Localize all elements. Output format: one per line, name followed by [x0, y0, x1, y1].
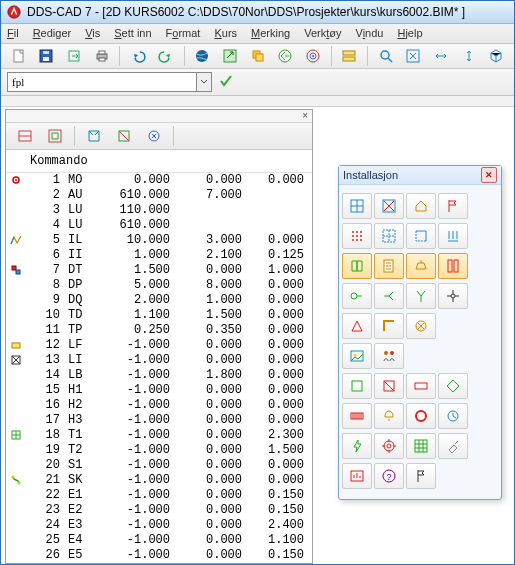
palette-tri-icon[interactable]	[342, 313, 372, 339]
palette-corner-icon[interactable]	[374, 313, 404, 339]
menu-vindu[interactable]: Vindu	[356, 27, 384, 39]
palette-grid-r-icon[interactable]	[406, 223, 436, 249]
palette-rect-r-icon[interactable]	[406, 373, 436, 399]
table-row[interactable]: 15H1-1.0000.0000.000	[6, 383, 312, 398]
tab-icon-5[interactable]	[141, 124, 167, 148]
palette-bell-icon[interactable]	[374, 403, 404, 429]
palette-dots-icon[interactable]	[342, 223, 372, 249]
installation-palette[interactable]: Installasjon ✕ ?	[338, 165, 502, 500]
palette-grid-b-icon[interactable]	[342, 193, 372, 219]
tab-icon-3[interactable]	[81, 124, 107, 148]
palette-sheet-icon[interactable]	[374, 253, 404, 279]
palette-fork-icon[interactable]	[374, 283, 404, 309]
table-row[interactable]: 17H3-1.0000.0000.000	[6, 413, 312, 428]
redo-icon[interactable]	[154, 44, 178, 68]
play-icon[interactable]	[273, 44, 297, 68]
palette-col-icon[interactable]	[438, 253, 468, 279]
palette-flag-icon[interactable]	[438, 193, 468, 219]
tab-icon-1[interactable]	[12, 124, 38, 148]
palette-clock-icon[interactable]	[438, 403, 468, 429]
palette-node-icon[interactable]	[438, 283, 468, 309]
palette-people-icon[interactable]	[374, 343, 404, 369]
table-row[interactable]: 11TP0.2500.3500.000	[6, 323, 312, 338]
table-row[interactable]: 6II1.0002.1000.125	[6, 248, 312, 263]
table-row[interactable]: 3LU110.000	[6, 203, 312, 218]
view-3d-icon[interactable]	[484, 44, 508, 68]
palette-book-icon[interactable]	[342, 253, 372, 279]
palette-hist-icon[interactable]	[342, 463, 372, 489]
palette-down-icon[interactable]	[438, 223, 468, 249]
table-row[interactable]: 12LF-1.0000.0000.000	[6, 338, 312, 353]
table-row[interactable]: 19T2-1.0000.0001.500	[6, 443, 312, 458]
table-row[interactable]: 5IL10.0003.0000.000	[6, 233, 312, 248]
confirm-icon[interactable]	[218, 73, 234, 91]
palette-targ-icon[interactable]	[374, 433, 404, 459]
menu-fil[interactable]: Fil	[7, 27, 19, 39]
target-icon[interactable]	[301, 44, 325, 68]
palette-rhomb-icon[interactable]	[438, 373, 468, 399]
menu-rediger[interactable]: Rediger	[33, 27, 72, 39]
table-row[interactable]: 21SK-1.0000.0000.000	[6, 473, 312, 488]
menu-hjelp[interactable]: Hjelp	[397, 27, 422, 39]
extents-icon[interactable]	[402, 44, 426, 68]
table-row[interactable]: 16H2-1.0000.0000.000	[6, 398, 312, 413]
table-row[interactable]: 22E1-1.0000.0000.150	[6, 488, 312, 503]
command-input[interactable]	[7, 72, 197, 92]
pan-x-icon[interactable]	[429, 44, 453, 68]
palette-tool-icon[interactable]	[438, 433, 468, 459]
palette-x-b-icon[interactable]	[374, 193, 404, 219]
palette-y-icon[interactable]	[406, 283, 436, 309]
tab-icon-2[interactable]	[42, 124, 68, 148]
palette-lamp-icon[interactable]	[406, 253, 436, 279]
zoom-icon[interactable]	[374, 44, 398, 68]
panel-close-icon[interactable]: ×	[302, 110, 308, 121]
table-row[interactable]: 26E5-1.0000.0000.150	[6, 548, 312, 563]
layer-prop-icon[interactable]	[337, 44, 361, 68]
table-row[interactable]: 9DQ2.0001.0000.000	[6, 293, 312, 308]
menu-vis[interactable]: Vis	[85, 27, 100, 39]
layers-icon[interactable]	[246, 44, 270, 68]
table-row[interactable]: 4LU610.000	[6, 218, 312, 233]
save-icon[interactable]	[35, 44, 59, 68]
palette-bolt-icon[interactable]	[342, 433, 372, 459]
palette-pic-icon[interactable]	[342, 343, 372, 369]
table-row[interactable]: 18T1-1.0000.0002.300	[6, 428, 312, 443]
table-row[interactable]: 7DT1.5000.0001.000	[6, 263, 312, 278]
palette-help-icon[interactable]: ?	[374, 463, 404, 489]
table-row[interactable]: 25E4-1.0000.0001.100	[6, 533, 312, 548]
table-row[interactable]: 8DP5.0008.0000.000	[6, 278, 312, 293]
menu-kurs[interactable]: Kurs	[214, 27, 237, 39]
palette-sq-g-icon[interactable]	[342, 373, 372, 399]
palette-flagp-icon[interactable]	[406, 463, 436, 489]
table-row[interactable]: 24E3-1.0000.0002.400	[6, 518, 312, 533]
undo-icon[interactable]	[126, 44, 150, 68]
table-row[interactable]: 13LI-1.0000.0000.000	[6, 353, 312, 368]
palette-ring-icon[interactable]	[406, 403, 436, 429]
pan-y-icon[interactable]	[457, 44, 481, 68]
table-row[interactable]: 14LB-1.0001.8000.000	[6, 368, 312, 383]
palette-plug-icon[interactable]	[342, 283, 372, 309]
menu-verktoy[interactable]: Verktøy	[304, 27, 341, 39]
table-row[interactable]: 20S1-1.0000.0000.000	[6, 458, 312, 473]
table-row[interactable]: 23E2-1.0000.0000.150	[6, 503, 312, 518]
palette-circ-x-icon[interactable]	[406, 313, 436, 339]
palette-grid-g-icon[interactable]	[406, 433, 436, 459]
export-icon[interactable]	[62, 44, 86, 68]
table-row[interactable]: 10TD1.1001.5000.000	[6, 308, 312, 323]
menu-format[interactable]: Format	[166, 27, 201, 39]
globe-icon[interactable]	[191, 44, 215, 68]
palette-rad-icon[interactable]	[342, 403, 372, 429]
palette-close-icon[interactable]: ✕	[481, 167, 497, 183]
menu-settinn[interactable]: Sett inn	[114, 27, 151, 39]
palette-sq-r-icon[interactable]	[374, 373, 404, 399]
new-icon[interactable]	[7, 44, 31, 68]
table-row[interactable]: 2AU610.0007.000	[6, 188, 312, 203]
palette-grid-d-icon[interactable]	[374, 223, 404, 249]
arrow-up-icon[interactable]	[218, 44, 242, 68]
command-dropdown[interactable]	[197, 72, 212, 92]
print-icon[interactable]	[90, 44, 114, 68]
menu-merking[interactable]: Merking	[251, 27, 290, 39]
table-row[interactable]: 1MO0.0000.0000.000	[6, 173, 312, 188]
palette-house-icon[interactable]	[406, 193, 436, 219]
tab-icon-4[interactable]	[111, 124, 137, 148]
